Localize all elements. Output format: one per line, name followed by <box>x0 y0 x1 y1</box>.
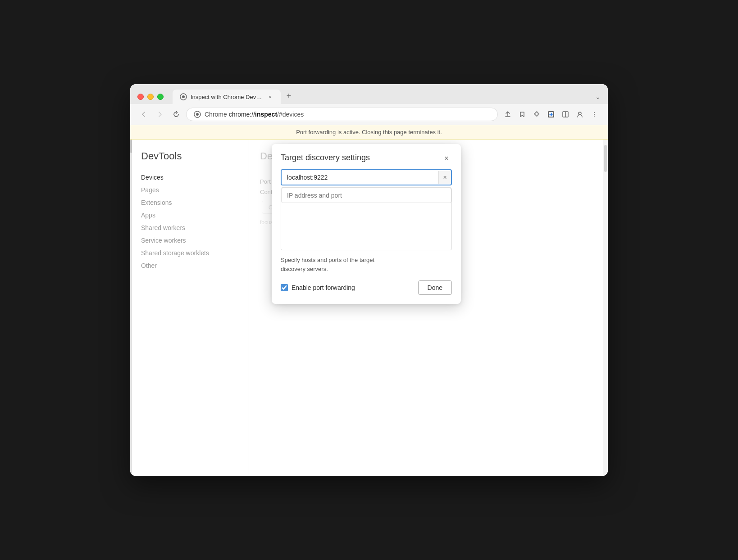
address-text: Chrome chrome://inspect/#devices <box>205 111 304 118</box>
target-discovery-modal: Target discovery settings × × <box>272 144 461 304</box>
modal-footer: Enable port forwarding Done <box>281 280 452 295</box>
profile-icon[interactable] <box>574 108 586 121</box>
main-content: DevTools Devices Pages Extensions Apps S… <box>130 140 608 476</box>
tab-favicon-icon <box>180 93 187 100</box>
back-button[interactable] <box>137 108 150 121</box>
svg-point-9 <box>594 116 595 117</box>
content-area: Devices Port forwarding... Configure... … <box>249 140 608 476</box>
svg-point-8 <box>594 114 595 115</box>
bookmark-icon[interactable] <box>516 108 528 121</box>
address-favicon-icon <box>194 111 201 118</box>
close-button[interactable] <box>137 94 144 100</box>
svg-point-3 <box>196 113 199 116</box>
minimize-button[interactable] <box>147 94 154 100</box>
new-tab-button[interactable]: + <box>282 90 295 102</box>
svg-point-1 <box>182 95 185 98</box>
clear-input-button[interactable]: × <box>438 171 451 184</box>
maximize-button[interactable] <box>157 94 164 100</box>
browser-window: Inspect with Chrome Develope × + ⌄ <box>130 84 608 476</box>
title-bar: Inspect with Chrome Develope × + ⌄ <box>130 84 608 104</box>
sidebar-item-extensions[interactable]: Extensions <box>141 196 240 209</box>
share-icon[interactable] <box>501 108 514 121</box>
modal-close-button[interactable]: × <box>441 153 452 164</box>
modal-header: Target discovery settings × <box>272 144 461 169</box>
left-scroll-indicator <box>130 140 132 153</box>
notification-bar: Port forwarding is active. Closing this … <box>130 125 608 140</box>
close-tab-icon[interactable]: × <box>266 93 273 100</box>
extensions-icon[interactable] <box>530 108 543 121</box>
host-input-row: × <box>281 169 452 185</box>
devtools-icon[interactable] <box>545 108 557 121</box>
address-bar[interactable]: Chrome chrome://inspect/#devices <box>186 108 498 121</box>
sidebarview-icon[interactable] <box>559 108 572 121</box>
active-tab[interactable]: Inspect with Chrome Develope × <box>173 90 281 104</box>
notification-text: Port forwarding is active. Closing this … <box>296 129 442 135</box>
left-indicator <box>130 140 132 476</box>
sidebar-item-other[interactable]: Other <box>141 259 240 272</box>
entries-area <box>281 187 452 250</box>
tab-bar: Inspect with Chrome Develope × + ⌄ <box>173 90 601 104</box>
nav-bar: Chrome chrome://inspect/#devices <box>130 104 608 125</box>
modal-title: Target discovery settings <box>281 153 370 163</box>
port-forwarding-checkbox-label[interactable]: Enable port forwarding <box>281 284 355 291</box>
reload-button[interactable] <box>170 108 182 121</box>
modal-overlay: Target discovery settings × × <box>249 140 608 476</box>
forward-button[interactable] <box>154 108 166 121</box>
sidebar-item-shared-storage[interactable]: Shared storage worklets <box>141 247 240 259</box>
sidebar-item-apps[interactable]: Apps <box>141 209 240 221</box>
checkbox-text: Enable port forwarding <box>292 284 355 291</box>
modal-body: × Specify hosts and ports of the targetd… <box>272 169 461 304</box>
tab-overflow-icon[interactable]: ⌄ <box>595 93 601 100</box>
host-input[interactable] <box>282 170 438 185</box>
sidebar-title: DevTools <box>141 150 240 162</box>
sidebar-item-service-workers[interactable]: Service workers <box>141 234 240 247</box>
sidebar-item-shared-workers[interactable]: Shared workers <box>141 221 240 234</box>
enable-port-forwarding-checkbox[interactable] <box>281 284 288 291</box>
sidebar-item-devices[interactable]: Devices <box>141 171 240 184</box>
new-entry-input[interactable] <box>281 188 451 203</box>
menu-icon[interactable] <box>588 108 601 121</box>
sidebar: DevTools Devices Pages Extensions Apps S… <box>132 140 249 476</box>
traffic-lights <box>137 94 164 100</box>
sidebar-item-pages[interactable]: Pages <box>141 184 240 196</box>
done-button[interactable]: Done <box>418 280 452 295</box>
svg-point-7 <box>594 112 595 113</box>
description-text: Specify hosts and ports of the targetdis… <box>281 256 452 273</box>
svg-point-6 <box>579 112 581 115</box>
nav-actions <box>501 108 601 121</box>
tab-title: Inspect with Chrome Develope <box>191 94 263 100</box>
